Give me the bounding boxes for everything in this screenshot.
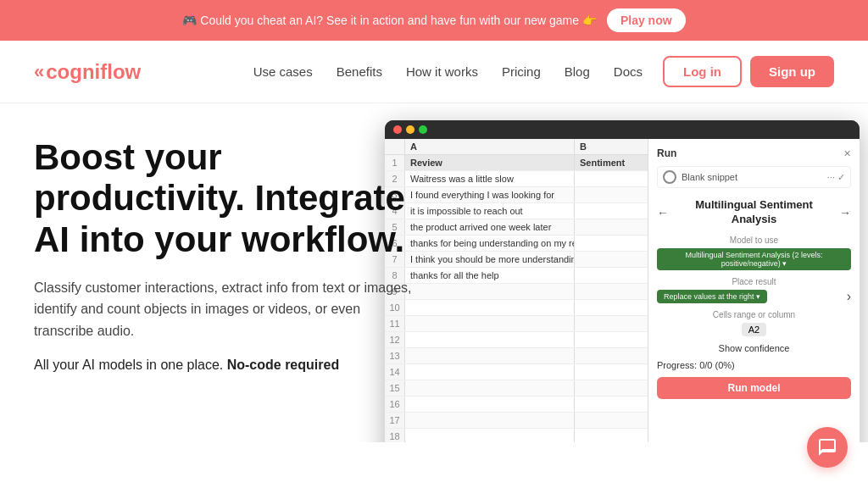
logo-chevrons-icon: « bbox=[34, 61, 41, 83]
play-now-button[interactable]: Play now bbox=[607, 8, 686, 32]
panel-title: Multilingual Sentiment Analysis bbox=[676, 198, 832, 227]
mock-titlebar bbox=[385, 120, 860, 139]
nav-item-benefits[interactable]: Benefits bbox=[337, 64, 382, 79]
sp-cell-b15[interactable] bbox=[575, 380, 648, 396]
model-badge: Multilingual Sentiment Analysis (2 level… bbox=[657, 248, 851, 270]
nav: Use cases Benefits How it works Pricing … bbox=[253, 64, 643, 79]
nav-item-use-cases[interactable]: Use cases bbox=[253, 64, 313, 79]
snippet-more-icon[interactable]: ··· ✓ bbox=[827, 172, 845, 183]
cells-range-label: Cells range or column bbox=[657, 310, 851, 319]
sp-cell-b13[interactable] bbox=[575, 348, 648, 363]
nav-item-docs[interactable]: Docs bbox=[614, 64, 643, 79]
login-button[interactable]: Log in bbox=[663, 56, 742, 87]
place-result-section: Place result Replace values at the right… bbox=[657, 277, 851, 303]
sp-cell-b11[interactable] bbox=[575, 316, 648, 331]
place-result-label: Place result bbox=[657, 277, 851, 286]
snippet-row: Blank snippet ··· ✓ bbox=[657, 166, 851, 188]
hero-section: Boost your productivity. Integrate AI in… bbox=[0, 103, 868, 442]
snippet-label: Blank snippet bbox=[682, 172, 822, 182]
signup-button[interactable]: Sign up bbox=[750, 56, 834, 87]
sp-cell-b4[interactable] bbox=[575, 203, 648, 219]
run-panel-header: Run ✕ bbox=[657, 147, 851, 159]
mock-content: A B 1 Review Sentiment 2 Waitress was a … bbox=[385, 139, 860, 442]
sp-row-num-18: 18 bbox=[385, 429, 405, 442]
model-use-label: Model to use bbox=[657, 236, 851, 245]
show-confidence: Show confidence bbox=[657, 343, 851, 353]
hero-body2: All your AI models in one place. No-code… bbox=[34, 354, 415, 376]
header: « cogniflow Use cases Benefits How it wo… bbox=[0, 41, 868, 103]
run-model-button[interactable]: Run model bbox=[657, 377, 851, 399]
sp-cell-b7[interactable] bbox=[575, 252, 648, 267]
nav-next-arrow-icon[interactable]: → bbox=[839, 206, 851, 219]
sp-cell-b5[interactable] bbox=[575, 219, 648, 235]
hero-headline: Boost your productivity. Integrate AI in… bbox=[34, 137, 415, 260]
banner-text: 🎮 Could you cheat an AI? See it in actio… bbox=[182, 14, 597, 27]
dot-maximize bbox=[419, 125, 427, 134]
dot-close bbox=[393, 125, 402, 134]
panel-arrow-icon[interactable]: › bbox=[847, 290, 851, 303]
sp-cell-b10[interactable] bbox=[575, 300, 648, 315]
model-badge-text: Multilingual Sentiment Analysis (2 level… bbox=[663, 251, 845, 268]
sp-cell-a18[interactable] bbox=[405, 429, 575, 442]
auth-buttons: Log in Sign up bbox=[663, 56, 834, 87]
nav-prev-arrow-icon[interactable]: ← bbox=[657, 206, 669, 219]
logo-text: cogniflow bbox=[46, 60, 141, 84]
sp-cell-b17[interactable] bbox=[575, 413, 648, 428]
nav-item-pricing[interactable]: Pricing bbox=[502, 64, 541, 79]
close-icon[interactable]: ✕ bbox=[843, 148, 851, 159]
snippet-icon bbox=[663, 170, 676, 184]
progress-section: Progress: 0/0 (0%) bbox=[657, 360, 851, 370]
hero-text: Boost your productivity. Integrate AI in… bbox=[34, 137, 432, 425]
nav-item-how-it-works[interactable]: How it works bbox=[406, 64, 478, 79]
sp-cell-b8[interactable] bbox=[575, 268, 648, 283]
sp-cell-b18[interactable] bbox=[575, 429, 648, 442]
sp-row1-col-b: Sentiment bbox=[575, 155, 648, 170]
run-label: Run bbox=[657, 147, 676, 159]
spreadsheet-mockup: A B 1 Review Sentiment 2 Waitress was a … bbox=[385, 120, 860, 442]
sp-cell-b14[interactable] bbox=[575, 364, 648, 380]
cells-value: A2 bbox=[742, 323, 766, 336]
replace-badge[interactable]: Replace values at the right ▾ bbox=[657, 290, 767, 303]
cells-section: Cells range or column A2 bbox=[657, 310, 851, 336]
dot-minimize bbox=[406, 125, 415, 134]
sp-cell-b6[interactable] bbox=[575, 236, 648, 251]
logo[interactable]: « cogniflow bbox=[34, 60, 141, 84]
table-row: 18 bbox=[385, 429, 648, 442]
nav-item-blog[interactable]: Blog bbox=[565, 64, 590, 79]
panel-nav: ← Multilingual Sentiment Analysis → bbox=[657, 198, 851, 227]
progress-text: Progress: 0/0 (0%) bbox=[657, 360, 735, 370]
sp-cell-b12[interactable] bbox=[575, 332, 648, 347]
sp-col-b-header: B bbox=[575, 139, 648, 154]
top-banner: 🎮 Could you cheat an AI? See it in actio… bbox=[0, 0, 868, 41]
sp-cell-b16[interactable] bbox=[575, 396, 648, 412]
sp-cell-b9[interactable] bbox=[575, 284, 648, 299]
window-dots bbox=[393, 125, 427, 134]
sp-cell-b3[interactable] bbox=[575, 187, 648, 202]
run-panel: Run ✕ Blank snippet ··· ✓ ← Multilingual… bbox=[648, 139, 860, 442]
sp-cell-b2[interactable] bbox=[575, 171, 648, 186]
hero-body1: Classify customer interactions, extract … bbox=[34, 277, 415, 342]
chat-icon bbox=[817, 437, 837, 442]
